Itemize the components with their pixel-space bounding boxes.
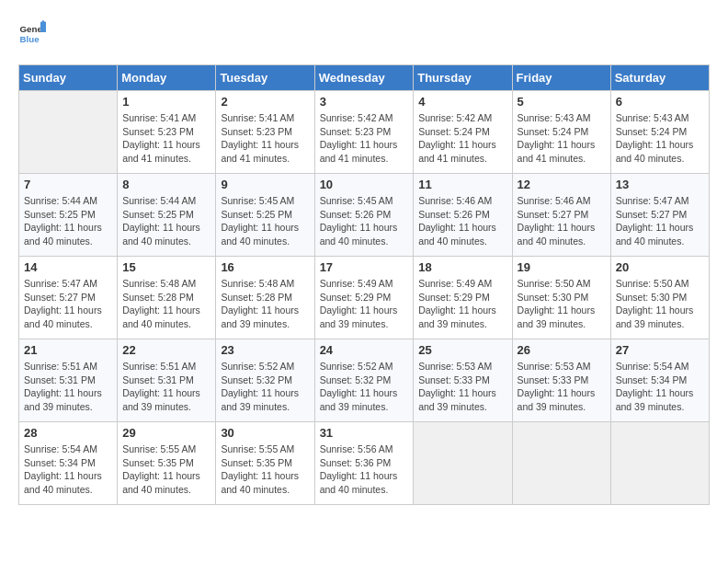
day-info: Sunrise: 5:46 AM Sunset: 5:27 PM Dayligh…: [518, 194, 606, 248]
calendar-week-1: 1Sunrise: 5:41 AM Sunset: 5:23 PM Daylig…: [19, 91, 710, 174]
day-number: 3: [320, 95, 409, 109]
day-info: Sunrise: 5:52 AM Sunset: 5:32 PM Dayligh…: [320, 360, 409, 414]
day-info: Sunrise: 5:53 AM Sunset: 5:33 PM Dayligh…: [518, 360, 606, 414]
calendar-cell: 30Sunrise: 5:55 AM Sunset: 5:35 PM Dayli…: [216, 422, 314, 505]
day-number: 30: [221, 426, 309, 440]
calendar-cell: 4Sunrise: 5:42 AM Sunset: 5:24 PM Daylig…: [414, 91, 512, 174]
day-info: Sunrise: 5:50 AM Sunset: 5:30 PM Dayligh…: [616, 277, 704, 331]
calendar-cell: 27Sunrise: 5:54 AM Sunset: 5:34 PM Dayli…: [610, 339, 709, 422]
day-number: 22: [122, 343, 210, 357]
calendar-cell: [414, 422, 512, 505]
calendar-cell: 12Sunrise: 5:46 AM Sunset: 5:27 PM Dayli…: [512, 174, 610, 257]
day-number: 2: [221, 95, 309, 109]
day-number: 8: [122, 178, 210, 191]
day-number: 13: [616, 178, 704, 191]
day-info: Sunrise: 5:48 AM Sunset: 5:28 PM Dayligh…: [122, 277, 210, 331]
calendar-cell: [610, 422, 709, 505]
weekday-header-tuesday: Tuesday: [216, 65, 314, 91]
calendar-cell: 2Sunrise: 5:41 AM Sunset: 5:23 PM Daylig…: [216, 91, 314, 174]
calendar-week-3: 14Sunrise: 5:47 AM Sunset: 5:27 PM Dayli…: [19, 257, 710, 339]
day-info: Sunrise: 5:43 AM Sunset: 5:24 PM Dayligh…: [616, 111, 704, 166]
day-info: Sunrise: 5:46 AM Sunset: 5:26 PM Dayligh…: [418, 194, 506, 248]
day-info: Sunrise: 5:45 AM Sunset: 5:26 PM Dayligh…: [320, 194, 409, 248]
day-info: Sunrise: 5:52 AM Sunset: 5:32 PM Dayligh…: [221, 360, 309, 414]
day-info: Sunrise: 5:42 AM Sunset: 5:23 PM Dayligh…: [320, 111, 409, 166]
day-number: 1: [122, 95, 210, 109]
calendar-cell: 15Sunrise: 5:48 AM Sunset: 5:28 PM Dayli…: [118, 257, 216, 339]
calendar-cell: 25Sunrise: 5:53 AM Sunset: 5:33 PM Dayli…: [414, 339, 512, 422]
day-info: Sunrise: 5:51 AM Sunset: 5:31 PM Dayligh…: [24, 360, 112, 414]
day-info: Sunrise: 5:47 AM Sunset: 5:27 PM Dayligh…: [24, 277, 112, 331]
day-number: 23: [221, 343, 309, 357]
day-info: Sunrise: 5:48 AM Sunset: 5:28 PM Dayligh…: [221, 277, 309, 331]
day-number: 16: [221, 260, 309, 274]
calendar-cell: 14Sunrise: 5:47 AM Sunset: 5:27 PM Dayli…: [19, 257, 118, 339]
calendar-cell: 11Sunrise: 5:46 AM Sunset: 5:26 PM Dayli…: [414, 174, 512, 257]
day-number: 25: [418, 343, 506, 357]
page-header: General Blue: [18, 18, 710, 55]
logo: General Blue: [18, 18, 50, 46]
weekday-header: SundayMondayTuesdayWednesdayThursdayFrid…: [19, 65, 710, 91]
weekday-header-saturday: Saturday: [610, 65, 709, 91]
day-info: Sunrise: 5:50 AM Sunset: 5:30 PM Dayligh…: [518, 277, 606, 331]
calendar-cell: 26Sunrise: 5:53 AM Sunset: 5:33 PM Dayli…: [512, 339, 610, 422]
calendar-cell: 1Sunrise: 5:41 AM Sunset: 5:23 PM Daylig…: [118, 91, 216, 174]
calendar-cell: 10Sunrise: 5:45 AM Sunset: 5:26 PM Dayli…: [314, 174, 414, 257]
day-info: Sunrise: 5:41 AM Sunset: 5:23 PM Dayligh…: [122, 111, 210, 166]
calendar-cell: 6Sunrise: 5:43 AM Sunset: 5:24 PM Daylig…: [610, 91, 709, 174]
calendar-cell: 18Sunrise: 5:49 AM Sunset: 5:29 PM Dayli…: [414, 257, 512, 339]
day-info: Sunrise: 5:49 AM Sunset: 5:29 PM Dayligh…: [320, 277, 409, 331]
day-info: Sunrise: 5:51 AM Sunset: 5:31 PM Dayligh…: [122, 360, 210, 414]
calendar-cell: 20Sunrise: 5:50 AM Sunset: 5:30 PM Dayli…: [610, 257, 709, 339]
day-number: 4: [418, 95, 506, 109]
day-number: 21: [24, 343, 112, 357]
svg-text:Blue: Blue: [20, 34, 40, 44]
day-number: 29: [122, 426, 210, 440]
calendar-cell: 23Sunrise: 5:52 AM Sunset: 5:32 PM Dayli…: [216, 339, 314, 422]
day-number: 12: [518, 178, 606, 191]
day-number: 26: [518, 343, 606, 357]
day-number: 18: [418, 260, 506, 274]
calendar-cell: 24Sunrise: 5:52 AM Sunset: 5:32 PM Dayli…: [314, 339, 414, 422]
day-info: Sunrise: 5:53 AM Sunset: 5:33 PM Dayligh…: [418, 360, 506, 414]
calendar-cell: 31Sunrise: 5:56 AM Sunset: 5:36 PM Dayli…: [314, 422, 414, 505]
calendar-cell: [19, 91, 118, 174]
calendar-table: SundayMondayTuesdayWednesdayThursdayFrid…: [18, 64, 710, 505]
day-info: Sunrise: 5:56 AM Sunset: 5:36 PM Dayligh…: [320, 442, 409, 497]
day-number: 31: [320, 426, 409, 440]
day-number: 11: [418, 178, 506, 191]
calendar-cell: 29Sunrise: 5:55 AM Sunset: 5:35 PM Dayli…: [118, 422, 216, 505]
logo-icon: General Blue: [18, 18, 46, 46]
calendar-cell: 9Sunrise: 5:45 AM Sunset: 5:25 PM Daylig…: [216, 174, 314, 257]
day-info: Sunrise: 5:43 AM Sunset: 5:24 PM Dayligh…: [518, 111, 606, 166]
weekday-header-thursday: Thursday: [414, 65, 512, 91]
calendar-cell: 7Sunrise: 5:44 AM Sunset: 5:25 PM Daylig…: [19, 174, 118, 257]
day-info: Sunrise: 5:44 AM Sunset: 5:25 PM Dayligh…: [24, 194, 112, 248]
calendar-cell: 3Sunrise: 5:42 AM Sunset: 5:23 PM Daylig…: [314, 91, 414, 174]
calendar-cell: 13Sunrise: 5:47 AM Sunset: 5:27 PM Dayli…: [610, 174, 709, 257]
weekday-header-sunday: Sunday: [19, 65, 118, 91]
day-number: 17: [320, 260, 409, 274]
calendar-cell: 17Sunrise: 5:49 AM Sunset: 5:29 PM Dayli…: [314, 257, 414, 339]
calendar-body: 1Sunrise: 5:41 AM Sunset: 5:23 PM Daylig…: [19, 91, 710, 505]
calendar-cell: 16Sunrise: 5:48 AM Sunset: 5:28 PM Dayli…: [216, 257, 314, 339]
day-number: 28: [24, 426, 112, 440]
day-number: 15: [122, 260, 210, 274]
day-info: Sunrise: 5:55 AM Sunset: 5:35 PM Dayligh…: [221, 442, 309, 497]
calendar-week-5: 28Sunrise: 5:54 AM Sunset: 5:34 PM Dayli…: [19, 422, 710, 505]
calendar-cell: 19Sunrise: 5:50 AM Sunset: 5:30 PM Dayli…: [512, 257, 610, 339]
calendar-cell: 28Sunrise: 5:54 AM Sunset: 5:34 PM Dayli…: [19, 422, 118, 505]
weekday-header-monday: Monday: [118, 65, 216, 91]
day-info: Sunrise: 5:55 AM Sunset: 5:35 PM Dayligh…: [122, 442, 210, 497]
day-number: 24: [320, 343, 409, 357]
day-number: 27: [616, 343, 704, 357]
day-info: Sunrise: 5:54 AM Sunset: 5:34 PM Dayligh…: [24, 442, 112, 497]
day-info: Sunrise: 5:54 AM Sunset: 5:34 PM Dayligh…: [616, 360, 704, 414]
day-info: Sunrise: 5:47 AM Sunset: 5:27 PM Dayligh…: [616, 194, 704, 248]
day-number: 10: [320, 178, 409, 191]
day-info: Sunrise: 5:49 AM Sunset: 5:29 PM Dayligh…: [418, 277, 506, 331]
calendar-cell: 8Sunrise: 5:44 AM Sunset: 5:25 PM Daylig…: [118, 174, 216, 257]
calendar-cell: [512, 422, 610, 505]
weekday-header-wednesday: Wednesday: [314, 65, 414, 91]
day-info: Sunrise: 5:44 AM Sunset: 5:25 PM Dayligh…: [122, 194, 210, 248]
